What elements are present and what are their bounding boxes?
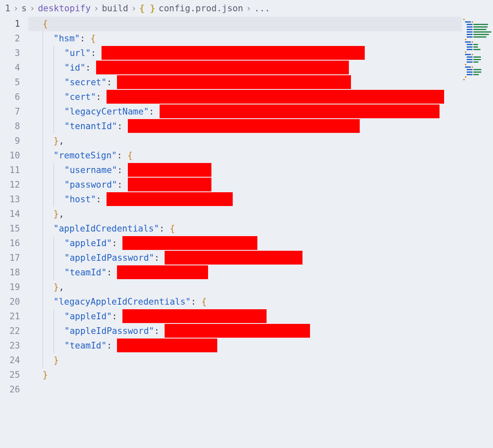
code-line[interactable]: "secret":	[28, 75, 493, 90]
line-number-gutter[interactable]: 1234567891011121314151617181920212223242…	[0, 17, 28, 448]
line-number[interactable]: 20	[0, 295, 20, 309]
breadcrumb-segment-project[interactable]: desktopify	[38, 3, 91, 13]
code-line[interactable]: "host":	[28, 192, 493, 207]
line-number[interactable]: 25	[0, 368, 20, 382]
code-line[interactable]: },	[28, 134, 493, 148]
line-number[interactable]: 17	[0, 251, 20, 265]
code-line[interactable]: },	[28, 280, 493, 295]
line-number[interactable]: 26	[0, 382, 20, 397]
code-line[interactable]: "hsm": {	[28, 31, 493, 46]
indent-guide	[43, 104, 53, 119]
indent-guide	[43, 251, 53, 265]
line-number[interactable]: 1	[0, 17, 20, 31]
indent-guide	[53, 309, 64, 324]
indent-guide	[43, 119, 53, 134]
indent-guide	[53, 119, 64, 134]
token-key: "teamId"	[64, 267, 107, 277]
indent-guide	[43, 221, 53, 236]
line-number[interactable]: 24	[0, 353, 20, 368]
token-brace: }	[53, 136, 59, 146]
code-line[interactable]: {	[28, 17, 493, 31]
code-line[interactable]: "appleIdPassword":	[28, 324, 493, 339]
breadcrumb-segment[interactable]: build	[102, 3, 128, 13]
code-line[interactable]: "legacyCertName":	[28, 104, 493, 119]
indent-guide	[53, 324, 64, 339]
token-key: "appleId"	[64, 238, 112, 248]
token-key: "remoteSign"	[53, 150, 117, 160]
line-number[interactable]: 7	[0, 104, 20, 119]
code-line[interactable]: "url":	[28, 46, 493, 61]
indent-guide	[53, 75, 64, 90]
chevron-right-icon: ›	[94, 3, 99, 13]
code-line[interactable]: "tenantId":	[28, 119, 493, 134]
token-key: "appleIdCredentials"	[53, 224, 159, 234]
line-number[interactable]: 15	[0, 221, 20, 236]
minimap[interactable]	[462, 17, 493, 448]
line-number[interactable]: 22	[0, 324, 20, 339]
code-line[interactable]: "cert":	[28, 90, 493, 104]
token-brace: {	[201, 297, 207, 307]
code-line[interactable]: "appleId":	[28, 236, 493, 251]
token-brace: }	[53, 282, 59, 292]
code-line[interactable]: }	[28, 368, 493, 382]
line-number[interactable]: 8	[0, 119, 20, 134]
redaction-block	[160, 104, 440, 118]
redaction-block	[117, 75, 351, 89]
token-key: "appleIdPassword"	[64, 326, 154, 336]
code-line[interactable]: "id":	[28, 61, 493, 75]
code-area[interactable]: {"hsm": {"url": "id": "secret": "cert": …	[28, 17, 493, 448]
line-number[interactable]: 3	[0, 46, 20, 61]
indent-guide	[43, 134, 53, 148]
token-brace: }	[43, 370, 48, 380]
redaction-block	[122, 309, 267, 323]
token-punct: ,	[59, 136, 64, 146]
token-colon: :	[96, 194, 102, 204]
line-number[interactable]: 16	[0, 236, 20, 251]
code-line[interactable]	[28, 382, 493, 397]
code-line[interactable]: "legacyAppleIdCredentials": {	[28, 295, 493, 309]
line-number[interactable]: 13	[0, 192, 20, 207]
indent-guide	[53, 61, 64, 75]
indent-guide	[53, 178, 64, 192]
line-number[interactable]: 5	[0, 75, 20, 90]
line-number[interactable]: 9	[0, 134, 20, 148]
line-number[interactable]: 2	[0, 31, 20, 46]
redaction-block	[128, 178, 211, 191]
token-key: "secret"	[64, 77, 107, 87]
line-number[interactable]: 14	[0, 207, 20, 221]
line-number[interactable]: 21	[0, 309, 20, 324]
code-line[interactable]: "teamId":	[28, 339, 493, 353]
breadcrumb-segment[interactable]: s	[21, 3, 27, 13]
token-key: "url"	[64, 48, 91, 58]
code-line[interactable]: "appleId":	[28, 309, 493, 324]
token-key: "legacyAppleIdCredentials"	[53, 297, 191, 307]
token-brace: {	[170, 224, 175, 234]
code-line[interactable]: "teamId":	[28, 265, 493, 280]
code-line[interactable]: "password":	[28, 178, 493, 192]
line-number[interactable]: 12	[0, 178, 20, 192]
line-number[interactable]: 18	[0, 265, 20, 280]
token-colon: :	[96, 92, 102, 102]
indent-guide	[53, 265, 64, 280]
redaction-block	[107, 90, 444, 104]
token-colon: :	[117, 180, 122, 190]
breadcrumb-file[interactable]: config.prod.json	[159, 3, 243, 13]
line-number[interactable]: 10	[0, 148, 20, 163]
token-key: "host"	[64, 194, 96, 204]
code-line[interactable]: "username":	[28, 163, 493, 178]
line-number[interactable]: 23	[0, 339, 20, 353]
token-colon: :	[159, 224, 165, 234]
code-line[interactable]: },	[28, 207, 493, 221]
code-line[interactable]: }	[28, 353, 493, 368]
line-number[interactable]: 4	[0, 61, 20, 75]
code-line[interactable]: "appleIdPassword":	[28, 251, 493, 265]
code-line[interactable]: "appleIdCredentials": {	[28, 221, 493, 236]
breadcrumb-segment[interactable]: 1	[5, 3, 10, 13]
code-line[interactable]: "remoteSign": {	[28, 148, 493, 163]
line-number[interactable]: 19	[0, 280, 20, 295]
line-number[interactable]: 11	[0, 163, 20, 178]
breadcrumb-trailing[interactable]: ...	[254, 3, 270, 13]
indent-guide	[43, 46, 53, 61]
line-number[interactable]: 6	[0, 90, 20, 104]
chevron-right-icon: ›	[30, 3, 35, 13]
